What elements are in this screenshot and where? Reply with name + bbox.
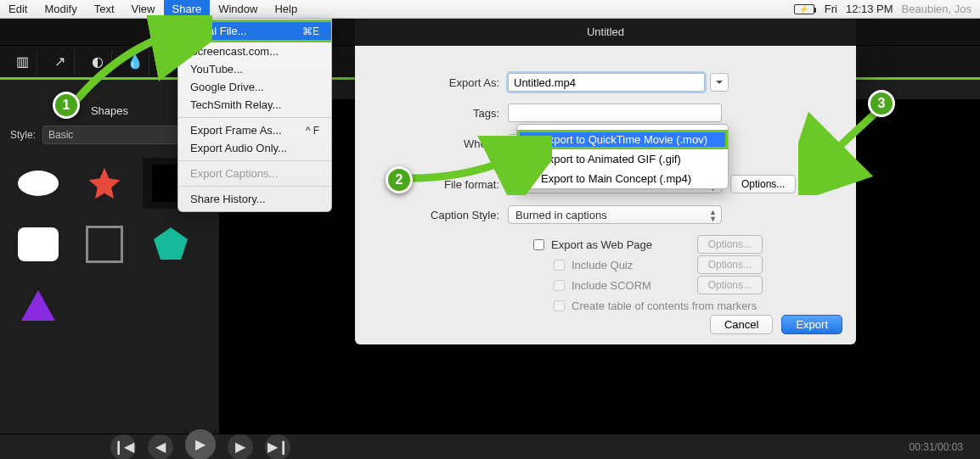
tool-crop-icon[interactable]: ▥ (8, 49, 37, 75)
shape-ellipse[interactable] (10, 158, 66, 209)
menu-separator (178, 160, 331, 161)
menubar-clock-day: Fri (825, 3, 837, 15)
shape-rounded-white[interactable] (10, 219, 66, 270)
share-export-audio[interactable]: Export Audio Only... (178, 139, 331, 157)
share-item-shortcut: ⌘E (302, 25, 319, 37)
toc-label: Create table of contents from markers (572, 299, 757, 312)
timeline-prev-icon[interactable]: ❙◀ (110, 434, 136, 460)
export-as-input[interactable] (508, 73, 705, 92)
share-techsmith-relay[interactable]: TechSmith Relay... (178, 96, 331, 114)
webpage-options-button: Options... (697, 235, 763, 254)
caption-style-select[interactable]: Burned in captions ▲▼ (508, 205, 722, 224)
include-scorm-checkbox (554, 280, 565, 291)
menu-help[interactable]: Help (266, 0, 306, 18)
share-history[interactable]: Share History... (178, 190, 331, 208)
where-label: Where: (372, 137, 508, 150)
timeline-next-icon[interactable]: ▶❙ (265, 434, 290, 460)
tool-arrow-icon[interactable]: ↗ (46, 49, 75, 75)
export-webpage-checkbox[interactable] (533, 239, 544, 250)
share-export-frame[interactable]: Export Frame As... ^ F (178, 121, 331, 139)
timeline-step-back-icon[interactable]: ◀ (148, 434, 173, 460)
tags-label: Tags: (372, 107, 508, 120)
toc-checkbox (554, 300, 565, 311)
menu-share[interactable]: Share (164, 0, 211, 18)
tags-input[interactable] (508, 104, 722, 122)
fmt-option-mov[interactable]: Export to QuickTime Movie (.mov) (517, 130, 728, 149)
timeline-step-fwd-icon[interactable]: ▶ (228, 434, 253, 460)
tool-adjust-icon[interactable]: ◐ (83, 49, 112, 75)
menu-window[interactable]: Window (210, 0, 266, 18)
style-label: Style: (10, 129, 36, 141)
checkmark-icon: ✓ (524, 172, 533, 185)
share-google-drive[interactable]: Google Drive... (178, 78, 331, 96)
file-format-options-button[interactable]: Options... (730, 175, 796, 193)
timeline-play-icon[interactable]: ▶ (185, 429, 216, 460)
timeline-bar: ❙◀ ◀ ▶ ▶ ▶❙ 00:31/00:03 (0, 434, 980, 459)
menubar-clock-time: 12:13 PM (846, 3, 893, 15)
quiz-options-button: Options... (697, 255, 763, 274)
share-screencast[interactable]: Screencast.com... (178, 42, 331, 60)
menubar-user: Beaubien, Jos (902, 3, 972, 15)
mac-menu-bar: Edit Modify Text View Share Window Help … (0, 0, 980, 19)
shape-triangle[interactable] (10, 280, 66, 331)
export-webpage-label: Export as Web Page (551, 238, 652, 251)
caption-style-value: Burned in captions (515, 209, 607, 221)
battery-charging-icon: ⚡ (794, 4, 814, 14)
shape-pentagon[interactable] (143, 219, 199, 270)
shape-star[interactable] (76, 158, 132, 209)
callout-bubble-3: 3 (868, 90, 895, 117)
export-button[interactable]: Export (781, 315, 842, 334)
menu-view[interactable]: View (123, 0, 164, 18)
share-dropdown-menu: Local File... ⌘E Screencast.com... YouTu… (177, 19, 332, 212)
menu-edit[interactable]: Edit (0, 0, 36, 18)
menu-text[interactable]: Text (86, 0, 123, 18)
scorm-options-button: Options... (697, 276, 763, 294)
share-youtube[interactable]: YouTube... (178, 60, 331, 78)
include-scorm-label: Include SCORM (572, 279, 651, 292)
cancel-button[interactable]: Cancel (710, 315, 773, 334)
share-export-captions: Export Captions... (178, 165, 331, 182)
fmt-option-mainconcept[interactable]: ✓ Export to Main Concept (.mp4) (517, 169, 728, 188)
file-format-dropdown: Export to QuickTime Movie (.mov) Export … (516, 124, 729, 189)
shape-square-outline[interactable] (76, 219, 132, 270)
share-local-file[interactable]: Local File... ⌘E (178, 20, 331, 42)
timeline-time: 00:31/00:03 (910, 441, 963, 453)
include-quiz-checkbox (554, 260, 565, 271)
export-dialog: Export As: Tags: Where: ▲▼ File format: … (355, 46, 856, 344)
include-quiz-label: Include Quiz (572, 259, 633, 271)
window-title: Untitled (355, 19, 856, 46)
menu-separator (178, 117, 331, 118)
export-as-history-toggle[interactable] (710, 73, 729, 92)
export-as-label: Export As: (372, 76, 508, 89)
tool-blur-icon[interactable]: 💧 (121, 49, 149, 75)
menu-separator (178, 186, 331, 187)
callout-bubble-1: 1 (53, 92, 80, 119)
caption-style-label: Caption Style: (372, 209, 508, 221)
fmt-option-gif[interactable]: Export to Animated GIF (.gif) (517, 149, 728, 169)
share-item-label: Local File... (190, 25, 246, 37)
callout-bubble-2: 2 (386, 166, 413, 193)
menu-modify[interactable]: Modify (36, 0, 85, 18)
